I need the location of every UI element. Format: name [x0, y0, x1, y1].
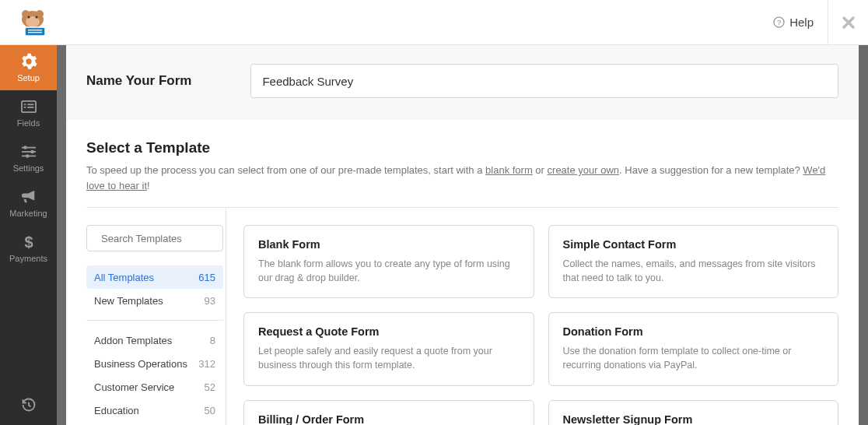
form-name-input[interactable] — [250, 64, 838, 98]
history-icon — [21, 397, 37, 413]
svg-rect-7 — [28, 30, 42, 30]
template-card-newsletter[interactable]: Newsletter Signup Form Gather your site … — [548, 400, 839, 426]
templates-grid: Blank Form The blank form allows you to … — [243, 225, 838, 425]
fields-icon — [20, 98, 37, 115]
sidebar-label: Settings — [13, 163, 44, 173]
templates-grid-wrap: Blank Form The blank form allows you to … — [226, 208, 838, 425]
category-business-operations[interactable]: Business Operations 312 — [86, 352, 223, 375]
svg-rect-6 — [25, 27, 45, 36]
app-logo — [9, 9, 56, 37]
card-title: Billing / Order Form — [258, 413, 520, 426]
category-entertainment[interactable]: Entertainment 49 — [86, 422, 223, 425]
card-title: Newsletter Signup Form — [563, 413, 824, 426]
card-title: Request a Quote Form — [258, 325, 520, 338]
close-icon — [842, 16, 856, 30]
svg-rect-13 — [27, 104, 33, 105]
template-card-simple-contact[interactable]: Simple Contact Form Collect the names, e… — [548, 225, 839, 298]
svg-point-3 — [26, 16, 40, 27]
sidebar-item-marketing[interactable]: Marketing — [0, 181, 57, 226]
category-column: All Templates 615 New Templates 93 Addon… — [86, 208, 226, 425]
svg-point-19 — [23, 146, 27, 149]
svg-rect-14 — [23, 107, 26, 108]
search-templates[interactable] — [86, 225, 223, 251]
bullhorn-icon — [20, 188, 37, 205]
card-desc: The blank form allows you to create any … — [258, 257, 520, 285]
sidebar-label: Fields — [17, 118, 40, 128]
sidebar-bottom-revision[interactable] — [0, 385, 57, 425]
close-button[interactable] — [828, 0, 868, 44]
help-icon: ? — [773, 16, 785, 28]
topbar: ? Help — [0, 0, 868, 45]
template-card-donation[interactable]: Donation Form Use the donation form temp… — [548, 312, 839, 385]
card-desc: Collect the names, emails, and messages … — [563, 257, 824, 285]
card-title: Donation Form — [563, 325, 824, 338]
template-card-blank-form[interactable]: Blank Form The blank form allows you to … — [243, 225, 534, 298]
blank-form-link[interactable]: blank form — [485, 164, 533, 176]
sidebar-label: Setup — [17, 73, 40, 83]
sidebar: Setup Fields Settings Marketing $ Paymen… — [0, 45, 57, 425]
card-desc: Let people safely and easily request a q… — [258, 344, 520, 372]
svg-rect-15 — [27, 107, 33, 108]
category-customer-service[interactable]: Customer Service 52 — [86, 375, 223, 399]
svg-point-20 — [30, 150, 34, 154]
svg-point-21 — [25, 154, 29, 158]
svg-text:$: $ — [24, 234, 33, 251]
template-content: Select a Template To speed up the proces… — [66, 121, 859, 425]
card-title: Blank Form — [258, 238, 520, 251]
svg-point-5 — [36, 16, 38, 18]
category-all-templates[interactable]: All Templates 615 — [86, 265, 223, 289]
svg-rect-8 — [28, 32, 42, 33]
sliders-icon — [20, 143, 37, 160]
sidebar-item-settings[interactable]: Settings — [0, 135, 57, 181]
sidebar-item-fields[interactable]: Fields — [0, 90, 57, 135]
category-new-templates[interactable]: New Templates 93 — [86, 289, 223, 312]
category-addon[interactable]: Addon Templates 8 — [86, 328, 223, 352]
svg-rect-12 — [23, 104, 26, 105]
content-outer: Name Your Form Select a Template To spee… — [57, 45, 868, 425]
gear-icon — [20, 53, 37, 70]
help-label: Help — [789, 16, 814, 29]
card-title: Simple Contact Form — [563, 238, 824, 251]
name-row: Name Your Form — [66, 45, 859, 121]
sidebar-item-payments[interactable]: $ Payments — [0, 226, 57, 271]
sidebar-item-setup[interactable]: Setup — [0, 45, 57, 90]
sidebar-label: Marketing — [9, 209, 47, 218]
svg-point-4 — [28, 16, 30, 18]
sidebar-label: Payments — [9, 254, 47, 263]
section-title: Select a Template — [86, 139, 838, 156]
template-card-billing-order[interactable]: Billing / Order Form Receive payments on… — [243, 400, 534, 426]
panel: Name Your Form Select a Template To spee… — [66, 45, 859, 425]
help-button[interactable]: ? Help — [759, 0, 828, 44]
category-education[interactable]: Education 50 — [86, 399, 223, 422]
section-subtitle: To speed up the process you can select f… — [86, 163, 838, 208]
dollar-icon: $ — [20, 234, 37, 251]
template-card-request-quote[interactable]: Request a Quote Form Let people safely a… — [243, 312, 534, 385]
svg-text:?: ? — [777, 19, 781, 26]
search-input[interactable] — [101, 233, 232, 244]
name-label: Name Your Form — [86, 73, 191, 89]
create-own-link[interactable]: create your own — [548, 164, 620, 176]
card-desc: Use the donation form template to collec… — [563, 344, 824, 372]
